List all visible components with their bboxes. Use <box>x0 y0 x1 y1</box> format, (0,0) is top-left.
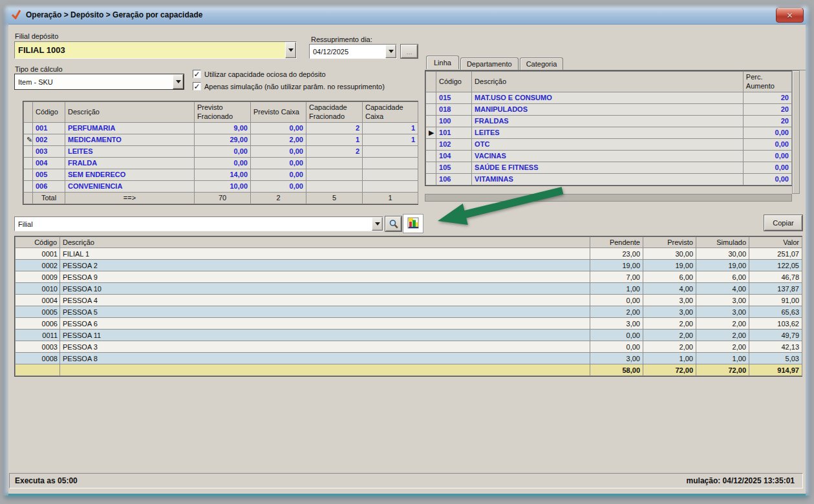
linha-cell-descricao[interactable]: VITAMINAS <box>472 173 744 185</box>
capacity-cell-capacidade-caixa[interactable] <box>363 180 418 192</box>
linha-cell-codigo[interactable]: 102 <box>436 138 472 150</box>
result-cell-codigo[interactable]: 0009 <box>16 271 60 283</box>
result-cell-pendente[interactable]: 19,00 <box>590 260 643 271</box>
group-by-dropdown-icon[interactable] <box>372 217 383 231</box>
row-selector-cell[interactable] <box>426 92 436 103</box>
result-cell-codigo[interactable]: 0011 <box>16 330 60 341</box>
result-cell-codigo[interactable]: 0003 <box>16 341 60 353</box>
linha-cell-descricao[interactable]: MAT.USO E CONSUMO <box>472 92 744 103</box>
capacity-cell-previsto-caixa[interactable]: 0,00 <box>251 122 306 134</box>
filial-deposito-combo[interactable]: FILIAL 1003 <box>14 41 297 59</box>
row-selector-cell[interactable] <box>426 115 436 127</box>
tipo-calculo-value[interactable]: Item - SKU <box>15 74 173 89</box>
result-cell-codigo[interactable]: 0002 <box>16 260 60 271</box>
tab-linha[interactable]: Linha <box>426 56 459 69</box>
ressuprimento-dropdown-icon[interactable] <box>385 45 396 58</box>
linha-cell-codigo[interactable]: 101 <box>436 127 472 138</box>
result-cell-previsto[interactable]: 1,00 <box>643 353 696 364</box>
result-cell-valor[interactable]: 103,62 <box>749 318 802 330</box>
result-cell-simulado[interactable]: 2,00 <box>696 330 749 341</box>
result-cell-simulado[interactable]: 2,00 <box>696 341 749 353</box>
row-selector-cell[interactable] <box>24 145 33 157</box>
capacity-cell-capacidade-fracionado[interactable]: 1 <box>306 134 363 145</box>
linha-cell-codigo[interactable]: 015 <box>436 92 472 103</box>
result-cell-pendente[interactable]: 7,00 <box>590 271 643 283</box>
result-cell-descricao[interactable]: PESSOA 11 <box>60 330 590 341</box>
capacity-cell-capacidade-caixa[interactable] <box>363 157 418 169</box>
capacity-cell-codigo[interactable]: 006 <box>33 180 65 192</box>
result-cell-valor[interactable]: 42,13 <box>749 341 802 353</box>
filial-deposito-value[interactable]: FILIAL 1003 <box>15 42 285 58</box>
result-cell-codigo[interactable]: 0008 <box>16 353 60 364</box>
capacity-cell-capacidade-caixa[interactable] <box>363 169 418 180</box>
result-cell-pendente[interactable]: 0,00 <box>590 341 643 353</box>
result-cell-descricao[interactable]: FILIAL 1 <box>60 248 590 260</box>
result-cell-codigo[interactable]: 0006 <box>16 318 60 330</box>
capacity-cell-descricao[interactable]: LEITES <box>65 145 195 157</box>
result-cell-previsto[interactable]: 2,00 <box>643 330 696 341</box>
linha-cell-descricao[interactable]: OTC <box>472 138 744 150</box>
result-cell-valor[interactable]: 5,03 <box>749 353 802 364</box>
ressuprimento-date-value[interactable]: 04/12/2025 <box>310 45 385 58</box>
capacity-cell-descricao[interactable]: PERFUMARIA <box>65 122 195 134</box>
result-cell-descricao[interactable]: PESSOA 6 <box>60 318 590 330</box>
result-cell-descricao[interactable]: PESSOA 4 <box>60 295 590 306</box>
tab-departamento[interactable]: Departamento <box>460 58 519 70</box>
row-selector-cell[interactable] <box>426 162 436 173</box>
capacity-cell-previsto-fracionado[interactable]: 10,00 <box>195 180 251 192</box>
ressuprimento-date-combo[interactable]: 04/12/2025 <box>309 44 397 59</box>
linha-grid-vertical-scrollbar[interactable] <box>792 70 800 194</box>
result-cell-previsto[interactable]: 2,00 <box>643 341 696 353</box>
result-cell-previsto[interactable]: 3,00 <box>643 295 696 306</box>
linha-cell-codigo[interactable]: 106 <box>436 173 472 185</box>
result-cell-pendente[interactable]: 2,00 <box>590 306 643 318</box>
capacity-cell-descricao[interactable]: SEM ENDERECO <box>65 169 195 180</box>
result-cell-previsto[interactable]: 30,00 <box>643 248 696 260</box>
row-selector-cell[interactable] <box>426 150 436 162</box>
result-cell-simulado[interactable]: 4,00 <box>696 283 749 295</box>
linha-cell-descricao[interactable]: SAÚDE E FITNESS <box>472 162 744 173</box>
result-cell-simulado[interactable]: 30,00 <box>696 248 749 260</box>
row-selector-cell[interactable] <box>426 138 436 150</box>
linha-cell-codigo[interactable]: 018 <box>436 103 472 115</box>
capacity-cell-previsto-fracionado[interactable]: 9,00 <box>195 122 251 134</box>
capacity-cell-previsto-caixa[interactable]: 0,00 <box>251 157 306 169</box>
linha-cell-descricao[interactable]: MANIPULADOS <box>472 103 744 115</box>
capacity-cell-capacidade-caixa[interactable]: 1 <box>363 122 418 134</box>
linha-cell-perc-aumento[interactable]: 0,00 <box>743 138 791 150</box>
linha-cell-perc-aumento[interactable]: 0,00 <box>743 173 791 185</box>
result-cell-pendente[interactable]: 23,00 <box>590 248 643 260</box>
tipo-calculo-dropdown-icon[interactable] <box>173 74 184 89</box>
linha-cell-perc-aumento[interactable]: 0,00 <box>743 162 791 173</box>
capacity-cell-capacidade-fracionado[interactable] <box>306 180 363 192</box>
result-cell-previsto[interactable]: 6,00 <box>643 271 696 283</box>
capacity-cell-codigo[interactable]: 002 <box>33 134 65 145</box>
result-cell-simulado[interactable]: 3,00 <box>696 295 749 306</box>
result-cell-previsto[interactable]: 19,00 <box>643 260 696 271</box>
more-options-button[interactable]: ... <box>401 45 418 58</box>
checkbox-apenas-simulacao[interactable]: ✓ Apenas simulação (não utilizar parâm. … <box>193 82 385 90</box>
result-cell-pendente[interactable]: 0,00 <box>590 330 643 341</box>
result-cell-previsto[interactable]: 2,00 <box>643 318 696 330</box>
result-cell-valor[interactable]: 251,07 <box>749 248 802 260</box>
capacity-cell-previsto-caixa[interactable]: 0,00 <box>251 145 306 157</box>
result-cell-simulado[interactable]: 6,00 <box>696 271 749 283</box>
capacity-cell-capacidade-fracionado[interactable]: 2 <box>306 145 363 157</box>
result-cell-valor[interactable]: 122,05 <box>749 260 802 271</box>
linha-cell-codigo[interactable]: 104 <box>436 150 472 162</box>
capacity-cell-previsto-fracionado[interactable]: 14,00 <box>195 169 251 180</box>
tipo-calculo-combo[interactable]: Item - SKU <box>14 74 184 90</box>
capacity-cell-descricao[interactable]: MEDICAMENTO <box>65 134 195 145</box>
search-button[interactable] <box>385 216 402 231</box>
close-button[interactable]: ✕ <box>776 8 804 23</box>
result-cell-descricao[interactable]: PESSOA 2 <box>60 260 590 271</box>
capacity-cell-capacidade-fracionado[interactable] <box>306 157 363 169</box>
capacity-cell-codigo[interactable]: 004 <box>33 157 65 169</box>
capacity-cell-previsto-fracionado[interactable]: 0,00 <box>195 157 251 169</box>
result-cell-valor[interactable]: 137,87 <box>749 283 802 295</box>
capacity-cell-codigo[interactable]: 003 <box>33 145 65 157</box>
result-cell-codigo[interactable]: 0010 <box>16 283 60 295</box>
capacity-cell-previsto-caixa[interactable]: 0,00 <box>251 169 306 180</box>
result-cell-valor[interactable]: 49,79 <box>749 330 802 341</box>
result-cell-pendente[interactable]: 3,00 <box>590 353 643 364</box>
